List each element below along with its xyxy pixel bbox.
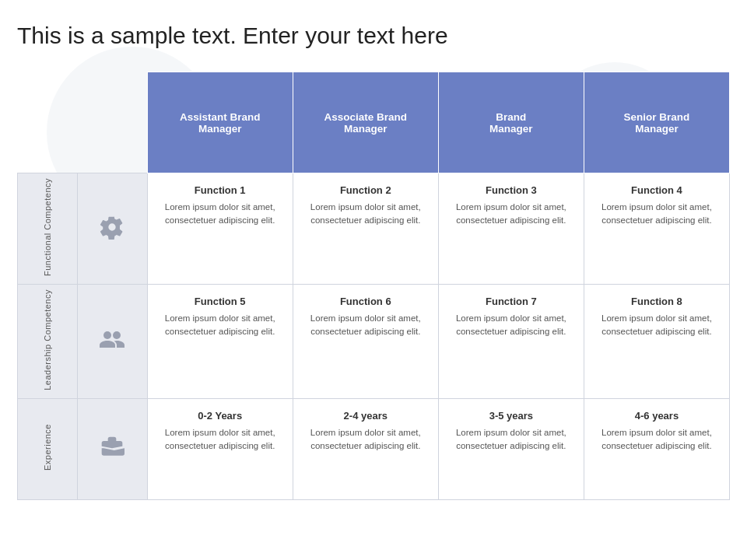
row-label-0: Functional Competency (18, 173, 78, 285)
content-cell-2-1: 2-4 years Lorem ipsum dolor sit amet, co… (293, 398, 438, 499)
content-cell-2-3: 4-6 years Lorem ipsum dolor sit amet, co… (584, 398, 729, 499)
col-header-1: Assistant Brand Manager (147, 72, 293, 173)
cell-body-0-1: Lorem ipsum dolor sit amet, consectetuer… (304, 201, 427, 228)
row-label-2: Experience (18, 398, 78, 499)
cell-body-1-2: Lorem ipsum dolor sit amet, consectetuer… (450, 312, 573, 339)
cell-body-0-0: Lorem ipsum dolor sit amet, consectetuer… (159, 201, 282, 228)
col-header-3: Brand Manager (438, 72, 584, 173)
cell-title-1-1: Function 6 (304, 296, 427, 307)
table-row: Experience 0-2 Years Lorem ipsum dolor s… (18, 398, 730, 499)
cell-body-0-3: Lorem ipsum dolor sit amet, consectetuer… (595, 201, 718, 228)
row-icon-gear (78, 173, 148, 285)
cell-body-2-3: Lorem ipsum dolor sit amet, consectetuer… (595, 426, 718, 453)
content-cell-0-2: Function 3 Lorem ipsum dolor sit amet, c… (438, 173, 584, 285)
cell-body-2-2: Lorem ipsum dolor sit amet, consectetuer… (450, 426, 573, 453)
header-spacer (18, 72, 148, 173)
svg-point-1 (113, 331, 121, 339)
svg-point-0 (103, 331, 111, 339)
cell-title-2-2: 3-5 years (450, 410, 573, 422)
content-cell-0-1: Function 2 Lorem ipsum dolor sit amet, c… (293, 173, 438, 285)
col-header-2: Associate Brand Manager (293, 72, 438, 173)
cell-body-1-3: Lorem ipsum dolor sit amet, consectetuer… (595, 312, 718, 339)
cell-body-0-2: Lorem ipsum dolor sit amet, consectetuer… (450, 201, 573, 228)
row-icon-people (78, 285, 148, 399)
col-header-4: Senior Brand Manager (584, 72, 729, 173)
cell-body-2-1: Lorem ipsum dolor sit amet, consectetuer… (304, 426, 427, 453)
page-title: This is a sample text. Enter your text h… (17, 22, 730, 50)
content-cell-0-3: Function 4 Lorem ipsum dolor sit amet, c… (584, 173, 729, 285)
table-row: Leadership Competency Function 5 Lorem i… (18, 285, 730, 399)
content-cell-1-0: Function 5 Lorem ipsum dolor sit amet, c… (147, 285, 293, 399)
cell-title-2-1: 2-4 years (304, 410, 427, 422)
content-cell-0-0: Function 1 Lorem ipsum dolor sit amet, c… (147, 173, 293, 285)
content-cell-1-3: Function 8 Lorem ipsum dolor sit amet, c… (584, 285, 729, 399)
row-icon-briefcase (78, 398, 148, 499)
row-label-1: Leadership Competency (18, 285, 78, 399)
cell-title-2-3: 4-6 years (595, 410, 718, 422)
cell-title-0-2: Function 3 (450, 184, 573, 196)
cell-body-1-1: Lorem ipsum dolor sit amet, consectetuer… (304, 312, 427, 339)
content-cell-1-1: Function 6 Lorem ipsum dolor sit amet, c… (293, 285, 438, 399)
content-cell-2-2: 3-5 years Lorem ipsum dolor sit amet, co… (438, 398, 584, 499)
cell-title-1-2: Function 7 (450, 296, 573, 307)
cell-title-2-0: 0-2 Years (159, 410, 282, 422)
content-cell-1-2: Function 7 Lorem ipsum dolor sit amet, c… (438, 285, 584, 399)
cell-title-0-1: Function 2 (304, 184, 427, 196)
table-row: Functional Competency Function 1 Lorem i… (18, 173, 730, 285)
cell-title-1-0: Function 5 (159, 296, 282, 307)
cell-body-1-0: Lorem ipsum dolor sit amet, consectetuer… (159, 312, 282, 339)
cell-title-1-3: Function 8 (595, 296, 718, 307)
cell-title-0-0: Function 1 (159, 184, 282, 196)
cell-title-0-3: Function 4 (595, 184, 718, 196)
content-cell-2-0: 0-2 Years Lorem ipsum dolor sit amet, co… (147, 398, 293, 499)
cell-body-2-0: Lorem ipsum dolor sit amet, consectetuer… (159, 426, 282, 453)
